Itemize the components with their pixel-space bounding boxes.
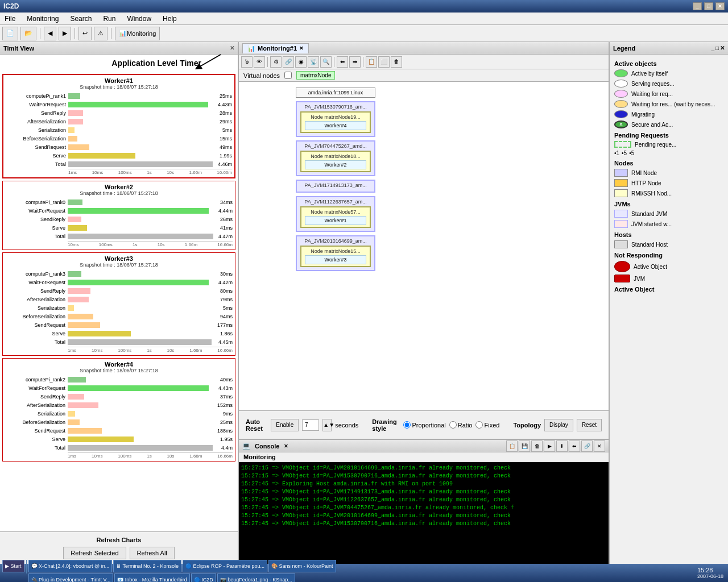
mon-btn-6[interactable]: 📡 — [308, 56, 319, 68]
legend-close-btn[interactable]: ✕ — [720, 45, 725, 51]
taskbar-app-btn[interactable]: 📷 beugFedora1.png - KSnap... — [217, 573, 295, 582]
refresh-all-btn[interactable]: Refresh All — [130, 547, 175, 559]
console-toolbar-6[interactable]: ⬅ — [569, 440, 580, 452]
jvm-box-5: PA_JVM2010164699_am... Node matrixNode15… — [296, 235, 375, 271]
mon-btn-12[interactable]: 🗑 — [391, 56, 402, 68]
auto-reset-label: Auto Reset — [246, 418, 267, 432]
console-toolbar-3[interactable]: 🗑 — [531, 440, 543, 452]
reset-btn[interactable]: Reset — [577, 419, 602, 431]
minimize-button[interactable]: _ — [693, 2, 702, 10]
mon-btn-8[interactable]: ⬅ — [337, 56, 348, 68]
chart-bar-container — [68, 402, 215, 408]
taskbar-app-btn[interactable]: 💬 X-Chat [2.4.0]: vbodnart @ in... — [28, 560, 113, 572]
radio-fixed[interactable]: Fixed — [475, 421, 499, 429]
mon-btn-1[interactable]: 🖱 — [241, 56, 253, 68]
timit-close-btn[interactable]: ✕ — [230, 45, 234, 51]
mon-btn-3[interactable]: ⚙ — [270, 56, 282, 68]
taskbar-app-btn[interactable]: 🎨 Sans nom - KolourPaint — [268, 560, 336, 572]
radio-ratio-input[interactable] — [449, 421, 457, 429]
chart-value: 4.44m — [218, 208, 233, 214]
menu-help[interactable]: Help — [160, 14, 179, 24]
toolbar-open-btn[interactable]: 📂 — [20, 27, 36, 40]
node-swatch — [614, 169, 628, 177]
console-close-btn[interactable]: ✕ — [284, 443, 288, 449]
chart-label: SendRequest — [5, 322, 68, 328]
taskbar-app-btn[interactable]: 🔌 Plug-in Development - TimIt V... — [28, 573, 114, 582]
seconds-label: seconds — [335, 422, 358, 429]
chart-label: AfterSerialization — [5, 297, 68, 302]
worker-section-4: Worker#4Snapshot time : 18/06/07 15:27:1… — [2, 358, 235, 462]
monitoring-btn[interactable]: 📊 Monitoring — [115, 27, 160, 40]
console-toolbar-7[interactable]: 🔗 — [581, 440, 593, 452]
chart-bar-container — [68, 234, 216, 239]
taskbar-app-btn[interactable]: 🖥 Terminal No. 2 - Konsole — [113, 560, 181, 572]
mon-btn-10[interactable]: 📋 — [366, 56, 377, 68]
taskbar-app-btn[interactable]: 📧 Inbox - Mozilla Thunderbird — [114, 573, 189, 582]
console-toolbar-2[interactable]: 💾 — [519, 440, 530, 452]
mon-btn-9[interactable]: ➡ — [349, 56, 361, 68]
chart-bar — [68, 428, 102, 434]
virtual-nodes-checkbox[interactable] — [284, 72, 292, 79]
mon-btn-7[interactable]: 🔍 — [320, 56, 332, 68]
close-button[interactable]: ✕ — [715, 2, 725, 10]
node-swatch — [614, 189, 628, 197]
mon-btn-11[interactable]: ⬜ — [378, 56, 390, 68]
menu-monitoring[interactable]: Monitoring — [24, 14, 61, 24]
monitoring-tab[interactable]: 📊 Monitoring#1 ✕ — [242, 43, 309, 53]
taskbar-app-btn[interactable]: 🔵 Eclipse RCP - Paramètre pou... — [183, 560, 267, 572]
mon-btn-4[interactable]: 🔗 — [283, 56, 294, 68]
console-toolbar-8[interactable]: ✕ — [594, 440, 605, 452]
legend-not-responding-item: Active Object — [614, 261, 723, 272]
chart-bar — [68, 339, 212, 345]
radio-proportional-input[interactable] — [403, 421, 411, 429]
worker-section-3: Worker#3Snapshot time : 18/06/07 15:27:1… — [2, 252, 235, 356]
chart-bar-container — [68, 428, 215, 434]
monitoring-tab-close[interactable]: ✕ — [299, 45, 304, 51]
toolbar-back-btn[interactable]: ◀ — [44, 27, 56, 40]
legend-not-responding-title: Not Responding — [614, 252, 723, 259]
start-btn[interactable]: ▶ Start — [2, 560, 24, 572]
seconds-input[interactable] — [302, 419, 319, 431]
toolbar-redo-btn[interactable]: ⚠ — [94, 27, 107, 40]
maximize-button[interactable]: □ — [704, 2, 713, 10]
mon-btn-5[interactable]: ◉ — [295, 56, 307, 68]
toolbar-sep-1 — [40, 28, 40, 39]
menu-run[interactable]: Run — [101, 14, 118, 24]
toolbar-undo-btn[interactable]: ↩ — [78, 27, 92, 40]
chart-bar — [68, 377, 86, 383]
console-toolbar-4[interactable]: ▶ — [544, 440, 555, 452]
chart-value: 4.43m — [218, 385, 233, 391]
chart-value: 29ms — [220, 119, 232, 124]
console-toolbar-1[interactable]: 📋 — [506, 440, 518, 452]
radio-ratio[interactable]: Ratio — [449, 421, 473, 429]
chart-bar — [68, 394, 84, 400]
matrix-node-badge[interactable]: matrnxNode — [296, 71, 335, 80]
taskbar-app-btn[interactable]: 🔵 IC2D — [191, 573, 216, 582]
chart-value: 4.4m — [221, 445, 233, 451]
legend-min-btn[interactable]: _ — [711, 45, 714, 51]
refresh-selected-btn[interactable]: Refresh Selected — [63, 547, 126, 559]
radio-fixed-input[interactable] — [475, 421, 483, 429]
toolbar-new-btn[interactable]: 📄 — [2, 27, 18, 40]
pending-count: •5 — [622, 150, 627, 156]
console-line: 15:27:15 => VMObject id=PA_JVM1530790716… — [241, 472, 606, 480]
axis-label: 1.66m — [189, 348, 202, 353]
axis-label: 10s — [167, 348, 174, 353]
refresh-charts-title: Refresh Charts — [5, 537, 233, 543]
worker-snapshot-2: Snapshot time : 18/06/07 15:27:18 — [5, 190, 233, 196]
toolbar-fwd-btn[interactable]: ▶ — [59, 27, 71, 40]
menu-search[interactable]: Search — [68, 14, 94, 24]
console-line: 15:27:45 => VMObject id=PA_JVM1530790716… — [241, 520, 606, 528]
display-btn[interactable]: Display — [544, 419, 573, 431]
menu-file[interactable]: File — [2, 14, 18, 24]
radio-proportional[interactable]: Proportional — [403, 421, 445, 429]
mon-btn-2[interactable]: 👁 — [254, 56, 265, 68]
seconds-stepper[interactable]: ▲▼ — [322, 419, 332, 431]
console-content[interactable]: 15:27:15 => VMObject id=PA_JVM2010164699… — [239, 462, 609, 564]
enable-btn[interactable]: Enable — [271, 419, 299, 431]
menu-window[interactable]: Window — [125, 14, 154, 24]
console-toolbar-5[interactable]: ⬇ — [556, 440, 568, 452]
chart-bar — [68, 331, 131, 336]
legend-max-btn[interactable]: □ — [715, 45, 719, 51]
chart-row: SendRequest 177ms — [5, 321, 233, 329]
